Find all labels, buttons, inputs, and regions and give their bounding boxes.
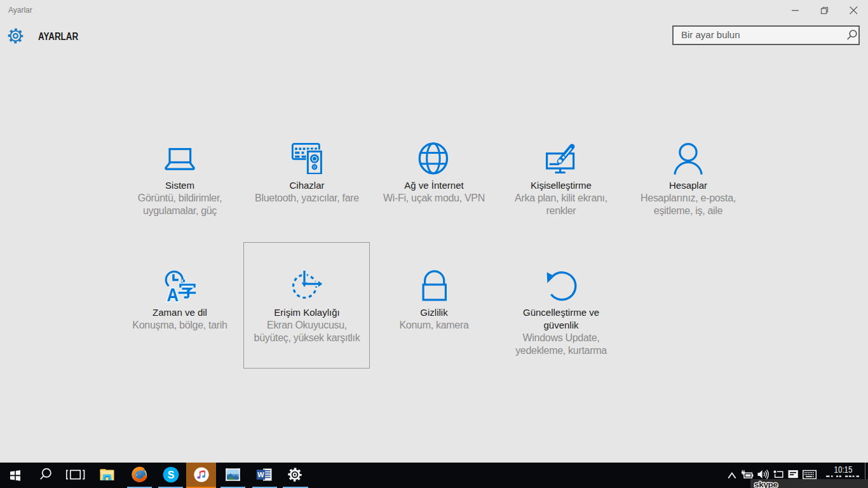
- svg-text:W: W: [257, 471, 264, 478]
- svg-text:S: S: [168, 470, 175, 480]
- svg-text:A: A: [167, 284, 179, 303]
- svg-text:skype: skype: [754, 480, 778, 488]
